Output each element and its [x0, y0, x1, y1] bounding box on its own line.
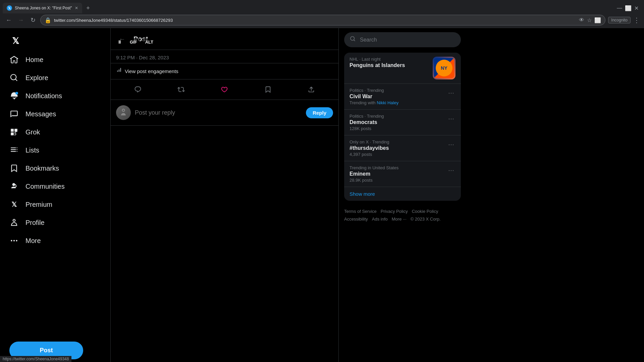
like-action-button[interactable] [217, 82, 232, 97]
close-button[interactable]: ✕ [634, 5, 639, 11]
sidebar-item-notifications-label: Notifications [25, 92, 62, 100]
nikki-haley-link[interactable]: Nikki Haley [377, 100, 398, 105]
lists-icon [9, 145, 19, 155]
nhl-thumbnail: NY [433, 57, 455, 79]
democrats-meta: 128K posts [350, 126, 444, 131]
sidebar-item-lists[interactable]: Lists [5, 141, 105, 159]
right-sidebar: NHL · Last night Penguins at Islanders N… [339, 28, 466, 362]
copyright-text: © 2023 X Corp. [411, 217, 441, 222]
privacy-link[interactable]: Privacy Policy [381, 209, 408, 214]
gif-label-button[interactable]: GIF [127, 38, 140, 46]
bookmarks-icon [9, 164, 19, 173]
sidebar-item-grok[interactable]: Grok [5, 123, 105, 141]
tab-x-logo: 𝕏 [7, 5, 12, 11]
sidebar-item-home[interactable]: Home [5, 51, 105, 68]
reload-button[interactable]: ↻ [28, 15, 38, 25]
address-bar-row: ← → ↻ 🔒 twitter.com/SheenaJone49348/stat… [0, 13, 644, 28]
eminem-content: Trending in United States Eminem 28.9K p… [350, 165, 444, 183]
maximize-button[interactable]: ⬜ [625, 5, 632, 11]
thursday-vibes-category: Only on X · Trending [350, 139, 444, 144]
back-nav-button[interactable]: ← [4, 15, 13, 25]
sidebar-item-premium[interactable]: 𝕏 Premium [5, 196, 105, 213]
sidebar-item-lists-label: Lists [25, 146, 39, 154]
tab-title: Sheena Jones on X: "First Post" [15, 6, 72, 10]
sidebar-item-bookmarks-label: Bookmarks [25, 165, 59, 172]
accessibility-link[interactable]: Accessibility [344, 217, 368, 222]
status-url: https://twitter.com/SheenaJone49348 [3, 357, 69, 361]
democrats-more-button[interactable]: ⋯ [447, 114, 455, 124]
home-icon [9, 55, 19, 64]
browser-tab-active[interactable]: 𝕏 Sheena Jones on X: "First Post" ✕ [3, 3, 82, 13]
eye-icon[interactable]: 👁 [579, 17, 584, 23]
sidebar-item-more[interactable]: More [5, 232, 105, 249]
sidebar-item-notifications[interactable]: Notifications [5, 87, 105, 105]
reply-submit-button[interactable]: Reply [306, 107, 333, 118]
address-bar[interactable]: 🔒 twitter.com/SheenaJone49348/status/174… [40, 15, 605, 25]
bookmark-action-button[interactable] [261, 82, 275, 97]
messages-icon [9, 109, 19, 119]
tab-close-button[interactable]: ✕ [75, 6, 78, 10]
sidebar-item-profile[interactable]: Profile [5, 214, 105, 231]
sidebar-item-communities[interactable]: Communities [5, 178, 105, 195]
trending-item-nhl[interactable]: NHL · Last night Penguins at Islanders N… [344, 53, 461, 84]
cookie-link[interactable]: Cookie Policy [412, 209, 438, 214]
forward-nav-button[interactable]: → [16, 15, 25, 25]
left-sidebar: 𝕏 Home Explore Notifications [0, 28, 111, 362]
reply-action-button[interactable] [130, 82, 145, 97]
x-logo[interactable]: 𝕏 [9, 35, 21, 47]
pause-icon: ⏸ [117, 40, 122, 45]
footer-links: Terms of Service Privacy Policy Cookie P… [344, 206, 461, 224]
trending-item-eminem[interactable]: Trending in United States Eminem 28.9K p… [344, 161, 461, 187]
trending-item-democrats[interactable]: Politics · Trending Democrats 128K posts… [344, 110, 461, 135]
action-bar [111, 79, 338, 100]
eminem-meta: 28.9K posts [350, 178, 444, 183]
nhl-category: NHL · Last night [350, 57, 430, 62]
profile-nav-icon [9, 218, 19, 227]
trending-item-thursday-vibes[interactable]: Only on X · Trending #thursdayvibes 4,39… [344, 135, 461, 161]
thursday-vibes-more-button[interactable]: ⋯ [447, 139, 455, 149]
sidebar-item-messages[interactable]: Messages [5, 105, 105, 123]
retweet-action-button[interactable] [174, 82, 189, 97]
ads-info-link[interactable]: Ads info [372, 217, 388, 222]
trending-item-civil-war[interactable]: Politics · Trending Civil War Trending w… [344, 84, 461, 110]
alt-label-button[interactable]: ALT [143, 38, 156, 46]
civil-war-category: Politics · Trending [350, 88, 444, 93]
sidebar-item-explore[interactable]: Explore [5, 69, 105, 86]
engagements-chart-icon [116, 67, 122, 75]
sidebar-item-bookmarks[interactable]: Bookmarks [5, 160, 105, 177]
trending-section: NHL · Last night Penguins at Islanders N… [344, 53, 461, 201]
eminem-title: Eminem [350, 171, 444, 177]
reply-avatar [116, 105, 131, 120]
address-bar-icons: 👁 ☆ ⬜ [579, 17, 601, 23]
civil-war-more-button[interactable]: ⋯ [447, 88, 455, 98]
sidebar-item-more-label: More [25, 237, 41, 245]
show-more-button[interactable]: Show more [344, 187, 461, 201]
trending-item-nhl-content: NHL · Last night Penguins at Islanders [350, 57, 430, 69]
lock-icon: 🔒 [45, 17, 51, 23]
sidebar-logo[interactable]: 𝕏 [5, 31, 105, 50]
engagements-label[interactable]: View post engagements [125, 68, 178, 74]
pause-button[interactable]: ⏸ [115, 38, 124, 46]
share-action-button[interactable] [304, 82, 319, 97]
post-engagements[interactable]: View post engagements [111, 63, 338, 79]
url-text: twitter.com/SheenaJone49348/status/17403… [54, 18, 576, 23]
eminem-more-button[interactable]: ⋯ [447, 165, 455, 175]
status-bar: https://twitter.com/SheenaJone49348 [0, 356, 71, 362]
more-footer-link[interactable]: More ··· [392, 217, 407, 222]
post-time: 9:12 PM · Dec 28, 2023 [116, 55, 169, 60]
reply-input[interactable] [135, 109, 302, 116]
thursday-vibes-meta: 4,397 posts [350, 152, 444, 157]
terms-link[interactable]: Terms of Service [344, 209, 377, 214]
new-tab-button[interactable]: + [84, 3, 93, 13]
premium-x-icon: 𝕏 [9, 200, 19, 209]
search-input[interactable] [360, 37, 455, 43]
notification-dot [15, 92, 18, 95]
browser-menu-button[interactable]: ⋮ [633, 16, 640, 24]
media-controls: ⏸ GIF ALT [115, 38, 156, 46]
browser-chrome: 𝕏 Sheena Jones on X: "First Post" ✕ + — … [0, 0, 644, 28]
profile-icon[interactable]: ⬜ [594, 17, 601, 23]
search-bar[interactable] [344, 32, 461, 47]
minimize-button[interactable]: — [617, 5, 622, 11]
democrats-category: Politics · Trending [350, 114, 444, 119]
star-icon[interactable]: ☆ [587, 17, 592, 23]
